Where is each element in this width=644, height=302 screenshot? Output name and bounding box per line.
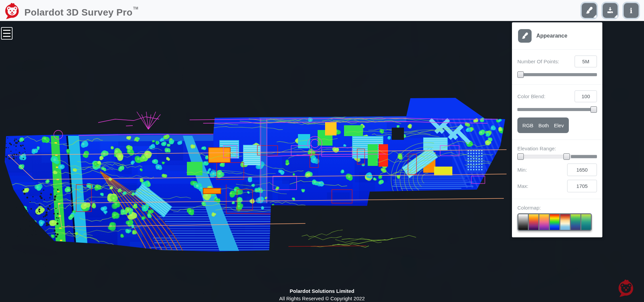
panel-header: Appearance (512, 22, 602, 50)
blend-label: Color Blend: (517, 93, 545, 99)
color-mode-group: RGB Both Elev (517, 117, 569, 133)
colormap-swatch-summer[interactable] (581, 214, 591, 230)
elevation-slider (517, 153, 597, 160)
brand-logo (3, 1, 20, 20)
polardot-logo-icon (3, 2, 20, 20)
corner-fold (614, 15, 617, 18)
points-slider (517, 71, 597, 78)
watermark-logo-icon (617, 278, 635, 299)
colormap-swatch-plasma[interactable] (539, 214, 550, 230)
points-section: Number Of Points: (512, 50, 602, 85)
colormap-swatch-jet[interactable] (550, 214, 560, 230)
footer: Polardot Solutions Limited All Rights Re… (0, 288, 644, 301)
colormap-picker (517, 213, 592, 231)
app-header: Polardot 3D Survey ProTM i (0, 0, 644, 21)
min-label: Min: (517, 167, 527, 173)
max-input[interactable] (567, 180, 597, 192)
appearance-panel: Appearance Number Of Points: Color Blend… (512, 22, 602, 237)
elev-mode-button[interactable]: Elev (554, 123, 564, 128)
svg-text:i: i (630, 7, 632, 15)
colormap-swatch-grayscale[interactable] (518, 214, 529, 230)
brush-icon (518, 29, 532, 43)
header-toolbar: i (582, 3, 639, 18)
points-input[interactable] (575, 56, 597, 67)
colormap-swatch-viridis[interactable] (571, 214, 581, 230)
rgb-mode-button[interactable]: RGB (522, 123, 534, 128)
max-label: Max: (517, 183, 529, 189)
info-icon: i (627, 6, 636, 15)
elevation-section: Elevation Range: Min: Max: (512, 140, 602, 199)
blend-slider-handle[interactable] (591, 106, 597, 113)
trademark: TM (133, 6, 138, 10)
download-icon (606, 6, 615, 15)
elevation-max-handle[interactable] (563, 153, 570, 160)
colormap-section: Colormap: (512, 199, 602, 237)
blend-section: Color Blend: RGB Both Elev (512, 85, 602, 140)
elevation-slider-fill (571, 155, 597, 158)
page-title: Polardot 3D Survey ProTM (24, 0, 138, 23)
blend-slider-track[interactable] (517, 108, 597, 111)
blend-input[interactable] (575, 90, 597, 102)
appearance-button[interactable] (582, 3, 597, 18)
blend-slider (517, 106, 597, 113)
colormap-label: Colormap: (517, 205, 597, 211)
info-button[interactable]: i (624, 3, 639, 18)
colormap-swatch-inferno[interactable] (529, 214, 539, 230)
corner-fold (593, 15, 596, 18)
menu-button[interactable] (1, 27, 13, 40)
panel-title: Appearance (536, 33, 567, 39)
both-mode-button[interactable]: Both (538, 123, 549, 128)
footer-copyright: All Rights Reserved © Copyright 2022 (0, 296, 644, 301)
elevation-min-handle[interactable] (517, 153, 524, 160)
colormap-swatch-spectral[interactable] (560, 214, 571, 230)
download-button[interactable] (603, 3, 618, 18)
min-input[interactable] (567, 164, 597, 176)
points-label: Number Of Points: (517, 59, 559, 64)
points-slider-handle[interactable] (517, 71, 524, 78)
hamburger-icon (3, 30, 10, 31)
points-slider-track[interactable] (517, 73, 597, 76)
footer-company: Polardot Solutions Limited (0, 288, 644, 294)
elevation-label: Elevation Range: (517, 146, 597, 151)
brush-icon (585, 6, 594, 15)
